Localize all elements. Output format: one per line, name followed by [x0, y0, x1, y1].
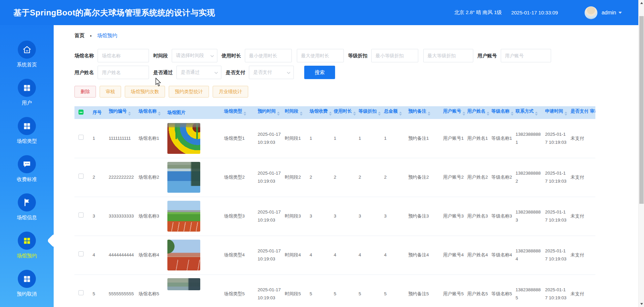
col-header-contact[interactable]: 联系方式: [514, 106, 543, 119]
scrollbar-thumb[interactable]: [639, 16, 644, 204]
col-header-venue_name[interactable]: 场馆名称: [137, 106, 165, 119]
col-header-user_name[interactable]: 用户姓名: [465, 106, 489, 119]
sort-icon[interactable]: [535, 110, 538, 117]
weather-info: 北京 2.8° 晴 南风 1级: [454, 9, 502, 16]
monthly-stats-button[interactable]: 月业绩统计: [213, 86, 248, 98]
booking-count-button[interactable]: 场馆预约次数: [125, 86, 165, 98]
cell-user_name: 用户姓名4: [465, 236, 489, 274]
sidebar-item-label: 系统首页: [17, 61, 37, 68]
col-header-level_name[interactable]: 等级名称: [489, 106, 514, 119]
time-slot-select[interactable]: 请选择时间段: [172, 49, 217, 62]
sidebar-item-booking-cancel[interactable]: 预约取消: [17, 270, 37, 297]
search-button[interactable]: 搜索: [304, 66, 335, 79]
col-header-usage_duration[interactable]: 使用时长: [332, 106, 357, 119]
sidebar-item-venue-booking[interactable]: 场馆预约: [17, 232, 37, 259]
paid-select[interactable]: 是否支付: [249, 66, 294, 79]
col-header-level_discount[interactable]: 等级折扣: [357, 106, 382, 119]
cell-level_discount: 5: [357, 274, 382, 307]
col-header-checkbox: [74, 106, 91, 119]
cell-user_name: 用户姓名5: [465, 274, 489, 307]
col-header-booking_time[interactable]: 预约时间: [256, 106, 283, 119]
cell-venue_fee: 1: [308, 119, 332, 158]
cell-index: 4: [91, 236, 107, 274]
audit-button[interactable]: 审核: [100, 86, 121, 98]
breadcrumb: 首页 ● 场馆预约: [74, 25, 638, 39]
sort-icon[interactable]: [277, 110, 280, 117]
app-title: 基于SpringBoot的高尔夫球场管理系统统的设计与实现: [13, 7, 215, 18]
sort-icon[interactable]: [463, 110, 465, 117]
grid-icon: [18, 79, 36, 97]
venue-image-football-field-track: [167, 201, 200, 232]
breadcrumb-home[interactable]: 首页: [74, 33, 85, 39]
sort-icon[interactable]: [428, 110, 430, 117]
cell-is_paid: 未支付: [569, 158, 588, 197]
select-all-checkbox[interactable]: [78, 110, 84, 115]
cell-time_slot: 时间段3: [283, 197, 308, 236]
col-header-venue_fee[interactable]: 场馆收费: [308, 106, 332, 119]
cell-is_paid: 未支付: [569, 236, 588, 274]
cell-level_name: 等级名称2: [489, 158, 514, 197]
row-checkbox[interactable]: [78, 174, 84, 179]
user-name-input[interactable]: [98, 66, 149, 79]
sidebar-item-home[interactable]: 系统首页: [17, 41, 37, 68]
user-account-input[interactable]: [501, 49, 551, 62]
scroll-up-arrow-icon[interactable]: [639, 0, 644, 6]
cell-level_name: 等级名称5: [489, 274, 514, 307]
cell-index: 1: [91, 119, 107, 158]
cell-apply_time: 2025-01-17 10:19:03: [543, 274, 569, 307]
sidebar-item-venue-type[interactable]: 场馆类型: [17, 117, 37, 144]
avatar[interactable]: [585, 6, 597, 19]
col-header-venue_type[interactable]: 场馆类型: [222, 106, 256, 119]
col-header-venue_image: 场馆图片: [165, 106, 222, 119]
sort-icon[interactable]: [353, 110, 356, 117]
row-checkbox[interactable]: [78, 251, 84, 256]
cell-usage_duration: 1: [332, 119, 357, 158]
sort-icon[interactable]: [399, 110, 402, 117]
chevron-down-icon: [210, 55, 214, 57]
cell-review_reply: [588, 197, 595, 236]
sidebar-item-venue-info[interactable]: 场馆信息: [17, 193, 37, 221]
sort-icon[interactable]: [487, 110, 489, 117]
col-header-time_slot[interactable]: 时间段: [283, 106, 308, 119]
username-label[interactable]: admin: [601, 10, 616, 16]
col-header-is_paid[interactable]: 是否支付: [569, 106, 588, 119]
sort-icon[interactable]: [300, 110, 303, 117]
sort-icon[interactable]: [128, 110, 131, 117]
table-row: 11111111111场馆名称1场馆类型12025-01-17 10:19:03…: [74, 119, 595, 158]
sort-icon[interactable]: [158, 110, 161, 117]
paid-label: 是否支付: [226, 69, 245, 76]
booking-type-stats-button[interactable]: 预约类型统计: [169, 86, 209, 98]
sort-icon[interactable]: [511, 110, 514, 117]
chevron-down-icon[interactable]: [619, 12, 622, 15]
col-header-review_reply[interactable]: 审核回复: [588, 106, 595, 119]
sort-icon[interactable]: [565, 110, 567, 117]
sort-icon[interactable]: [378, 110, 381, 117]
max-discount-input[interactable]: [423, 49, 473, 62]
sidebar-item-users[interactable]: 用户: [18, 79, 36, 106]
sort-icon[interactable]: [244, 110, 246, 117]
row-checkbox[interactable]: [78, 212, 84, 218]
cell-index: 5: [91, 274, 107, 307]
min-usage-input[interactable]: [245, 49, 292, 62]
col-header-booking_note[interactable]: 预约备注: [406, 106, 441, 119]
venue-name-input[interactable]: [98, 49, 149, 62]
sidebar-item-fee-standard[interactable]: 收费标准: [17, 155, 37, 183]
approved-select[interactable]: 是否通过: [176, 66, 221, 79]
scroll-down-arrow-icon[interactable]: [639, 301, 644, 307]
row-checkbox[interactable]: [78, 135, 84, 140]
col-header-apply_time[interactable]: 申请时间: [543, 106, 569, 119]
col-header-booking_no[interactable]: 预约编号: [107, 106, 137, 119]
sidebar-item-label: 场馆预约: [17, 252, 37, 259]
col-header-user_account[interactable]: 用户账号: [441, 106, 465, 119]
delete-button[interactable]: 删除: [74, 86, 96, 98]
min-discount-input[interactable]: [371, 49, 418, 62]
breadcrumb-separator: ●: [90, 34, 92, 38]
vertical-scrollbar[interactable]: [638, 0, 644, 307]
max-usage-input[interactable]: [297, 49, 344, 62]
sort-icon[interactable]: [329, 110, 332, 117]
cell-booking_time: 2025-01-17 10:19:03: [256, 158, 283, 197]
row-checkbox[interactable]: [78, 290, 84, 295]
grid-icon: [18, 232, 36, 250]
col-header-total_amount[interactable]: 总金额: [382, 106, 406, 119]
breadcrumb-current[interactable]: 场馆预约: [97, 33, 117, 39]
